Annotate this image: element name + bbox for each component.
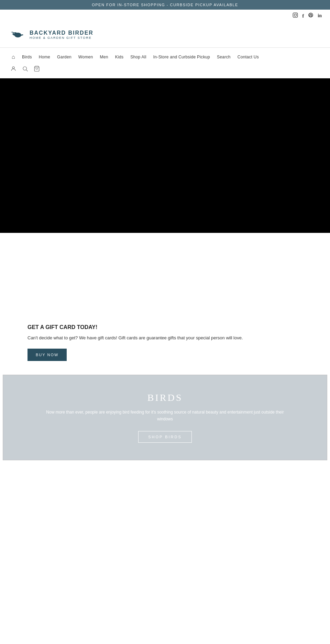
logo-bird-icon — [8, 26, 25, 43]
nav-men[interactable]: Men — [97, 52, 112, 62]
shop-birds-button[interactable]: SHOP BIRDS — [138, 431, 192, 443]
giftcard-text: Can't decide what to get? We have gift c… — [28, 335, 251, 342]
nav-home-link[interactable]: Home — [35, 52, 54, 62]
main-nav: ⌂ Birds Home Garden Women Men Kids Shop … — [0, 47, 330, 78]
social-bar: f in — [0, 10, 330, 22]
nav-home[interactable]: ⌂ — [8, 51, 19, 63]
birds-text: Now more than ever, people are enjoying … — [45, 409, 285, 423]
announcement-text: OPEN FOR IN-STORE SHOPPING - CURBSIDE PI… — [92, 3, 238, 7]
pinterest-icon[interactable] — [308, 12, 314, 19]
nav-search[interactable]: Search — [213, 52, 234, 62]
nav-in-store[interactable]: In-Store and Curbside Pickup — [150, 52, 213, 62]
hero-section — [0, 78, 330, 233]
birds-section: BIRDS Now more than ever, people are enj… — [3, 375, 327, 460]
logo-area: BACKYARD BIRDER HOME & GARDEN GIFT STORE — [0, 22, 330, 47]
linkedin-icon[interactable]: in — [318, 13, 322, 19]
announcement-bar: OPEN FOR IN-STORE SHOPPING - CURBSIDE PI… — [0, 0, 330, 10]
svg-point-7 — [12, 67, 14, 69]
giftcard-section: GET A GIFT CARD TODAY! Can't decide what… — [0, 319, 330, 375]
account-icon[interactable] — [8, 64, 19, 75]
logo-title: BACKYARD BIRDER — [30, 30, 94, 36]
instagram-icon[interactable] — [293, 12, 298, 19]
svg-point-2 — [296, 14, 297, 14]
cart-icon[interactable] — [32, 64, 42, 75]
svg-point-6 — [14, 33, 14, 33]
nav-women[interactable]: Women — [75, 52, 97, 62]
nav-links: ⌂ Birds Home Garden Women Men Kids Shop … — [8, 48, 322, 63]
svg-rect-0 — [293, 13, 298, 17]
nav-kids[interactable]: Kids — [112, 52, 127, 62]
nav-contact[interactable]: Contact Us — [234, 52, 262, 62]
svg-point-8 — [23, 67, 27, 70]
logo-subtitle: HOME & GARDEN GIFT STORE — [30, 36, 94, 39]
logo-text: BACKYARD BIRDER HOME & GARDEN GIFT STORE — [30, 30, 94, 39]
home-icon: ⌂ — [12, 54, 15, 60]
below-hero-space — [0, 233, 330, 319]
search-icon[interactable] — [20, 64, 30, 75]
svg-line-9 — [26, 70, 28, 71]
bottom-space — [0, 460, 330, 584]
giftcard-title: GET A GIFT CARD TODAY! — [28, 324, 322, 330]
nav-utility — [8, 63, 322, 78]
nav-garden[interactable]: Garden — [54, 52, 75, 62]
buy-now-button[interactable]: BUY NOW — [28, 349, 67, 361]
birds-title: BIRDS — [11, 392, 319, 403]
nav-birds[interactable]: Birds — [19, 52, 35, 62]
svg-point-1 — [294, 14, 297, 16]
nav-shop-all[interactable]: Shop All — [127, 52, 150, 62]
facebook-icon[interactable]: f — [302, 13, 304, 19]
